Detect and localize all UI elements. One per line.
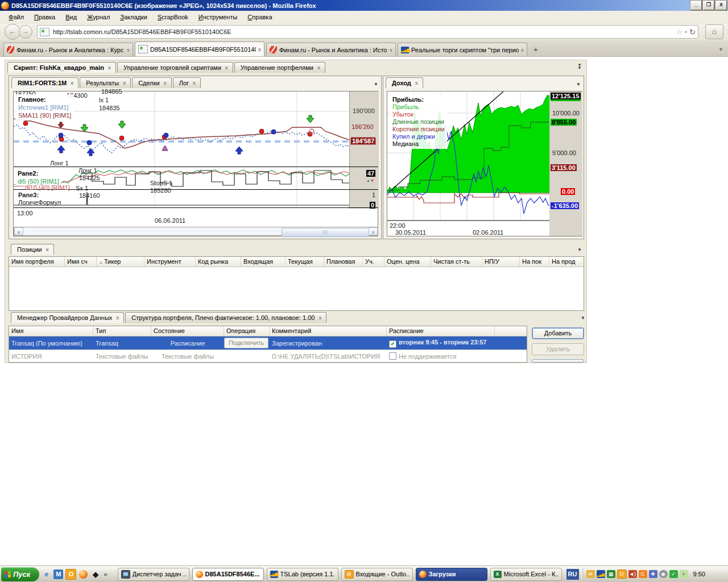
nvidia-tray-icon[interactable]: ◗ (680, 570, 688, 578)
grid-tray-icon[interactable]: ▦ (607, 570, 615, 578)
menu-scrapbook[interactable]: ScrapBook (152, 12, 193, 22)
col-market-code[interactable]: Код рынка (196, 257, 241, 267)
task-button-excel[interactable]: X Microsoft Excel - К... (490, 568, 562, 581)
add-button[interactable]: Добавить (532, 327, 584, 339)
tab-income[interactable]: Доход x (386, 77, 423, 88)
col-schedule[interactable]: Расписание (387, 326, 495, 336)
tab-rim1-forts[interactable]: RIM1:FORTS:1M x (11, 77, 78, 88)
col-sell[interactable]: На прод (549, 257, 582, 267)
checkbox-unchecked-icon[interactable] (389, 352, 396, 360)
positions-dropdown-icon[interactable]: ▼ (577, 247, 582, 252)
home-button[interactable]: ⌂ (705, 24, 723, 39)
col-ticker[interactable]: ▲ Тикер (97, 257, 144, 267)
tab-log[interactable]: Лог x (173, 77, 201, 88)
menu-history[interactable]: Журнал (82, 12, 115, 22)
download-manager-tray-icon[interactable]: G (639, 570, 647, 578)
tslab-tray-icon[interactable]: ▂▄▆ (597, 570, 605, 578)
col-account[interactable]: Имя сч (65, 257, 97, 267)
scrollbar-thumb[interactable]: ||| (282, 228, 369, 237)
phone-tray-icon[interactable]: ✓ (669, 570, 678, 578)
col-uch[interactable]: Уч. (363, 257, 384, 267)
col-portfolio[interactable]: Имя портфеля (9, 257, 65, 267)
browser-tab-image-active[interactable]: D85A15DF8546EBBF4B9F0F5510140C6E... x (135, 41, 264, 56)
restore-button[interactable]: ❐ (703, 1, 714, 10)
task-button-tslab[interactable]: ▂▄▆ TSLab (версия 1.1... (267, 568, 338, 581)
quicklaunch-overflow-chevron[interactable]: » (104, 571, 107, 577)
chart-h-scrollbar[interactable]: ‹ ||| › (14, 227, 378, 236)
tab-close-icon[interactable]: x (258, 47, 261, 52)
provider-row-history[interactable]: ИСТОРИЯ Текстовые файлы Текстовые файлы … (9, 350, 527, 362)
tab-close-icon[interactable]: x (318, 315, 321, 321)
col-type[interactable]: Тип (93, 326, 151, 336)
task-button-outlook[interactable]: O Входящие - Outlo... (341, 568, 413, 581)
scroll-right-icon[interactable]: › (369, 227, 378, 235)
col-state[interactable]: Состояние (151, 326, 224, 336)
tab-close-icon[interactable]: x (317, 65, 320, 70)
col-pnl[interactable]: НП/У (482, 257, 520, 267)
tab-list-dropdown-icon[interactable]: ▼ (718, 47, 723, 52)
menu-help[interactable]: Справка (242, 12, 277, 22)
tab-close-icon[interactable]: x (225, 65, 228, 70)
col-est-price[interactable]: Оцен. цена (384, 257, 431, 267)
menu-view[interactable]: Вид (60, 12, 82, 22)
tab-close-icon[interactable]: x (390, 47, 392, 53)
messenger-icon[interactable]: M (53, 569, 63, 579)
col-buy[interactable]: На пок (520, 257, 549, 267)
tab-portfolio-structure[interactable]: Структура портфеля, Плечо фактическое: 1… (125, 312, 326, 323)
checkbox-checked-icon[interactable]: ✔ (389, 340, 396, 348)
task-button-downloads[interactable]: Загрузки (416, 568, 487, 581)
income-chart[interactable]: Прибыль: Прибыль Убыток Длинные позиции … (387, 91, 582, 236)
collapse-double-chevron-icon[interactable]: ▼▼ (577, 64, 582, 69)
back-button[interactable]: ← (5, 24, 20, 40)
tab-close-icon[interactable]: x (123, 80, 126, 86)
mail-tray-icon[interactable]: ✉ (586, 570, 595, 578)
outlook-tray-icon[interactable]: O (617, 569, 627, 579)
col-instrument[interactable]: Инструмент (144, 257, 196, 267)
providers-dropdown-icon[interactable]: ▼ (581, 315, 585, 321)
taskbar-clock[interactable]: 9:50 (693, 571, 705, 577)
tab-close-icon[interactable]: x (108, 65, 111, 70)
col-net-value[interactable]: Чистая ст-ть (431, 257, 482, 267)
forward-button[interactable]: → (19, 25, 32, 39)
tab-deals[interactable]: Сделки x (132, 77, 172, 88)
tab-close-icon[interactable]: x (71, 80, 73, 86)
tab-data-providers[interactable]: Менеджер Провайдеров Данных x (11, 312, 124, 323)
tab-close-icon[interactable]: x (521, 47, 524, 53)
col-planned[interactable]: Плановая (324, 257, 363, 267)
firefox-quick-icon[interactable] (78, 569, 88, 579)
tab-close-icon[interactable]: x (164, 80, 167, 86)
camera-tray-icon[interactable]: ◉ (659, 570, 668, 578)
partial-button[interactable] (532, 359, 584, 363)
menu-bookmarks[interactable]: Закладки (115, 12, 152, 22)
star-dropdown-icon[interactable]: ▾ (685, 30, 687, 35)
menu-file[interactable]: Файл (3, 12, 29, 22)
tab-close-icon[interactable]: x (193, 80, 196, 86)
browser-tab-finam-2[interactable]: Финам.ru - Рынок и Аналитика : Истор... … (266, 43, 396, 56)
col-operation[interactable]: Операция (224, 326, 270, 336)
url-text[interactable]: http://tslab.comon.ru/D85A15DF8546EBBF4B… (53, 28, 676, 35)
start-button[interactable]: Пуск (1, 567, 39, 581)
col-name[interactable]: Имя (9, 326, 93, 336)
outlook-quick-icon[interactable]: O (65, 569, 76, 580)
col-incoming[interactable]: Входящая (241, 257, 286, 267)
tab-close-icon[interactable]: x (46, 247, 49, 252)
task-button-firefox-image[interactable]: D85A15DF8546E... (192, 568, 264, 581)
tab-script-fishka[interactable]: Скрипт: FishKa_квадро_main x (7, 62, 116, 73)
messenger-tray-icon[interactable]: ❖ (649, 570, 657, 578)
col-comment[interactable]: Комментарий (270, 326, 387, 336)
minimize-button[interactable]: _ (690, 1, 702, 10)
tab-close-icon[interactable]: x (116, 315, 119, 321)
chart-dropdown-icon[interactable]: ▼ (374, 82, 378, 87)
browser-tab-forum[interactable]: ▂▄▆ Реальные торги скриптом "три период.… (398, 43, 527, 56)
tab-close-icon[interactable]: x (127, 47, 130, 53)
income-dropdown-icon[interactable]: ▼ (576, 82, 581, 87)
scroll-left-icon[interactable]: ‹ (14, 227, 23, 235)
remove-button[interactable]: Удалить (532, 343, 584, 355)
tab-script-management[interactable]: Управление торговлей скриптами x (117, 62, 233, 73)
menu-tools[interactable]: Инструменты (193, 12, 243, 22)
tab-results[interactable]: Результаты x (80, 77, 131, 88)
language-indicator[interactable]: RU (566, 569, 579, 580)
task-button-task-manager[interactable]: Диспетчер задач ... (118, 568, 189, 581)
tab-positions[interactable]: Позиции x (11, 244, 54, 255)
connect-button[interactable]: Подключить (224, 338, 268, 348)
